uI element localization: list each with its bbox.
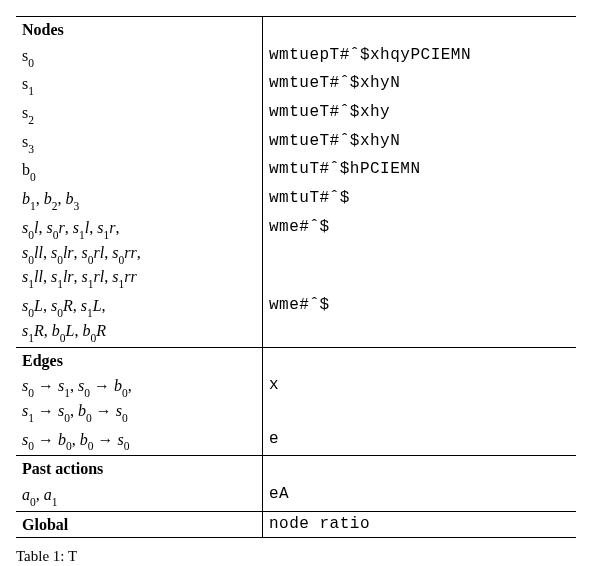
node-s3: s3	[16, 129, 263, 158]
node-s1: s1	[16, 71, 263, 100]
node-s2: s2	[16, 100, 263, 129]
section-nodes: Nodes	[16, 17, 263, 43]
feat-s0: wmtuepT#ˆ$xhqyPCIEMN	[263, 43, 577, 72]
node-s0: s0	[16, 43, 263, 72]
feat-s3: wmtueT#ˆ$xhyN	[263, 129, 577, 158]
edge-set-1: s0 → s1, s0 → b0, s1 → s0, b0 → s0	[16, 373, 263, 426]
feat-subtree-2: wme#ˆ$	[263, 293, 577, 347]
node-subtree-1: s0l, s0r, s1l, s1r, s0ll, s0lr, s0rl, s0…	[16, 215, 263, 293]
table-caption: Table 1: T	[16, 548, 582, 565]
feat-edge-1: x	[263, 373, 577, 426]
feature-table: Nodes s0 wmtuepT#ˆ$xhqyPCIEMN s1 wmtueT#…	[16, 16, 576, 538]
section-past: Past actions	[16, 456, 263, 482]
node-b0: b0	[16, 157, 263, 186]
feat-past: eA	[263, 482, 577, 511]
node-subtree-2: s0L, s0R, s1L, s1R, b0L, b0R	[16, 293, 263, 347]
feat-global: node ratio	[263, 511, 577, 538]
node-b1-b3: b1, b2, b3	[16, 186, 263, 215]
feat-edge-2: e	[263, 427, 577, 456]
edge-set-2: s0 → b0, b0 → s0	[16, 427, 263, 456]
feat-s1: wmtueT#ˆ$xhyN	[263, 71, 577, 100]
feat-s2: wmtueT#ˆ$xhy	[263, 100, 577, 129]
section-edges: Edges	[16, 347, 263, 373]
feat-b1-b3: wmtuT#ˆ$	[263, 186, 577, 215]
past-a0-a1: a0, a1	[16, 482, 263, 511]
feat-subtree-1: wme#ˆ$	[263, 215, 577, 293]
section-global: Global	[16, 511, 263, 538]
feat-b0: wmtuT#ˆ$hPCIEMN	[263, 157, 577, 186]
